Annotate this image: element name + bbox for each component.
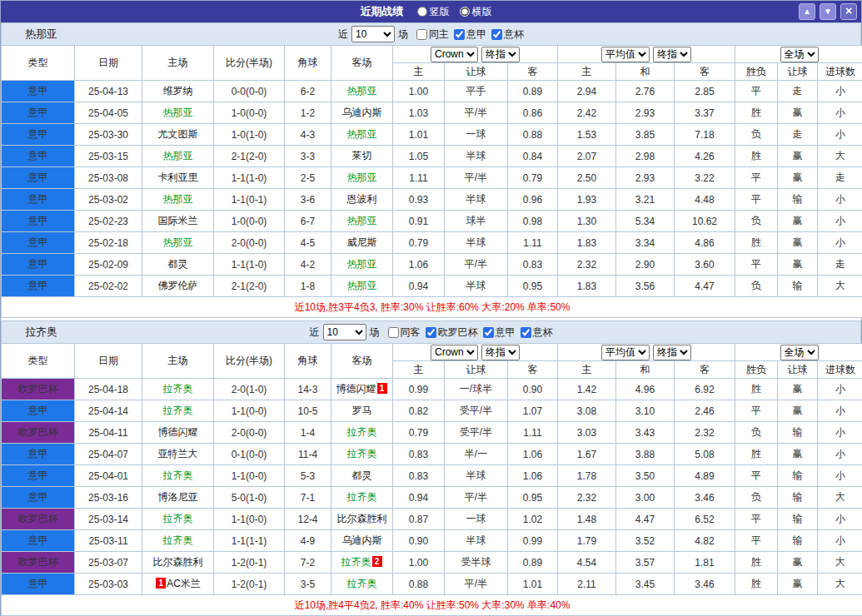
- away-team[interactable]: 热那亚: [331, 167, 393, 189]
- home-team-name[interactable]: 佛罗伦萨: [158, 280, 198, 291]
- home-team[interactable]: 热那亚: [142, 146, 214, 167]
- layout-option-vertical[interactable]: 竖版: [417, 5, 450, 19]
- vertical-radio[interactable]: [417, 7, 427, 17]
- away-team[interactable]: 热那亚: [331, 254, 393, 276]
- move-up-button[interactable]: ▲: [799, 3, 815, 20]
- home-team-name[interactable]: 比尔森胜利: [153, 556, 203, 568]
- home-team[interactable]: 1AC米兰: [142, 574, 214, 595]
- away-team-name[interactable]: 都灵: [352, 469, 372, 481]
- home-team-name[interactable]: AC米兰: [167, 578, 201, 589]
- away-team[interactable]: 威尼斯: [331, 232, 393, 254]
- away-team[interactable]: 热那亚: [331, 81, 393, 102]
- filter-checkbox-input[interactable]: [426, 327, 436, 338]
- home-team-name[interactable]: 亚特兰大: [158, 448, 198, 460]
- bookmaker-select[interactable]: Crown: [431, 345, 478, 360]
- away-team-name[interactable]: 热那亚: [347, 215, 377, 226]
- layout-option-horizontal[interactable]: 横版: [460, 5, 492, 19]
- home-team-name[interactable]: 维罗纳: [163, 85, 193, 97]
- home-team-name[interactable]: 热那亚: [163, 150, 193, 161]
- away-team[interactable]: 拉齐奥: [331, 422, 393, 444]
- away-team[interactable]: 拉齐奥2: [331, 552, 393, 574]
- home-team[interactable]: 亚特兰大: [142, 444, 214, 465]
- away-team[interactable]: 恩波利: [331, 189, 393, 211]
- away-team-name[interactable]: 乌迪内斯: [342, 107, 382, 118]
- bookmaker-select[interactable]: Crown: [431, 47, 478, 62]
- home-team[interactable]: 维罗纳: [142, 81, 214, 102]
- filter-checkbox[interactable]: 欧罗巴杯: [421, 325, 478, 340]
- home-team[interactable]: 热那亚: [142, 189, 214, 211]
- eu-stage-select[interactable]: 终指: [653, 345, 691, 360]
- home-team-name[interactable]: 拉齐奥: [163, 383, 193, 395]
- filter-checkbox[interactable]: 意杯: [516, 325, 553, 340]
- away-team-name[interactable]: 威尼斯: [347, 236, 377, 248]
- filter-checkbox-input[interactable]: [416, 29, 427, 40]
- filter-checkbox[interactable]: 同客: [383, 325, 421, 340]
- away-team[interactable]: 拉齐奥: [331, 444, 393, 465]
- home-team[interactable]: 国际米兰: [142, 211, 214, 232]
- away-team-name[interactable]: 拉齐奥: [341, 556, 371, 568]
- home-team-name[interactable]: 博德闪耀: [158, 426, 198, 438]
- home-team-name[interactable]: 卡利亚里: [158, 171, 198, 183]
- home-team[interactable]: 都灵: [142, 254, 214, 276]
- home-team-name[interactable]: 博洛尼亚: [158, 491, 198, 503]
- home-team-name[interactable]: 热那亚: [163, 193, 193, 205]
- home-team[interactable]: 博洛尼亚: [142, 487, 214, 509]
- asia-stage-select[interactable]: 终指: [481, 47, 520, 62]
- filter-checkbox-input[interactable]: [454, 29, 465, 40]
- away-team-name[interactable]: 罗马: [352, 405, 372, 416]
- close-button[interactable]: ×: [840, 3, 857, 20]
- away-team[interactable]: 拉齐奥: [331, 487, 393, 509]
- filter-checkbox-input[interactable]: [483, 327, 494, 338]
- away-team-name[interactable]: 博德闪耀: [336, 383, 376, 395]
- home-team-name[interactable]: 热那亚: [163, 236, 193, 248]
- away-team[interactable]: 莱切: [331, 146, 393, 167]
- match-count-select[interactable]: 10: [351, 26, 395, 42]
- filter-checkbox-input[interactable]: [521, 327, 531, 338]
- home-team[interactable]: 热那亚: [142, 102, 214, 124]
- away-team-name[interactable]: 拉齐奥: [347, 578, 377, 589]
- match-count-select[interactable]: 10: [323, 324, 366, 340]
- home-team[interactable]: 拉齐奥: [142, 530, 214, 552]
- away-team-name[interactable]: 乌迪内斯: [342, 534, 382, 546]
- eu-average-select[interactable]: 平均值: [601, 345, 650, 360]
- away-team[interactable]: 博德闪耀1: [331, 379, 393, 400]
- move-down-button[interactable]: ▼: [820, 3, 836, 20]
- home-team[interactable]: 尤文图斯: [142, 124, 214, 146]
- home-team[interactable]: 拉齐奥: [142, 509, 214, 530]
- away-team[interactable]: 乌迪内斯: [331, 102, 393, 124]
- home-team-name[interactable]: 尤文图斯: [158, 128, 198, 140]
- away-team[interactable]: 热那亚: [331, 124, 393, 146]
- home-team-name[interactable]: 拉齐奥: [163, 534, 193, 546]
- home-team-name[interactable]: 拉齐奥: [163, 469, 193, 481]
- fulltime-select[interactable]: 全场: [780, 47, 819, 62]
- home-team-name[interactable]: 热那亚: [163, 107, 193, 118]
- home-team[interactable]: 热那亚: [142, 232, 214, 254]
- away-team-name[interactable]: 拉齐奥: [347, 448, 377, 460]
- away-team-name[interactable]: 莱切: [352, 150, 372, 161]
- home-team-name[interactable]: 国际米兰: [158, 215, 198, 226]
- filter-checkbox[interactable]: 同主: [411, 27, 449, 42]
- home-team-name[interactable]: 拉齐奥: [163, 405, 193, 416]
- away-team-name[interactable]: 比尔森胜利: [337, 513, 387, 524]
- home-team[interactable]: 拉齐奥: [142, 379, 214, 400]
- away-team[interactable]: 比尔森胜利: [331, 509, 393, 530]
- filter-checkbox[interactable]: 意甲: [478, 325, 516, 340]
- away-team-name[interactable]: 热那亚: [347, 128, 377, 140]
- home-team[interactable]: 博德闪耀: [142, 422, 214, 444]
- away-team-name[interactable]: 热那亚: [347, 171, 377, 183]
- away-team[interactable]: 罗马: [331, 400, 393, 422]
- away-team[interactable]: 热那亚: [331, 211, 393, 232]
- away-team-name[interactable]: 拉齐奥: [347, 426, 377, 438]
- away-team[interactable]: 都灵: [331, 465, 393, 487]
- filter-checkbox-input[interactable]: [388, 327, 399, 338]
- away-team-name[interactable]: 热那亚: [347, 258, 377, 270]
- home-team[interactable]: 比尔森胜利: [142, 552, 214, 574]
- away-team-name[interactable]: 拉齐奥: [347, 491, 377, 503]
- asia-stage-select[interactable]: 终指: [481, 345, 520, 360]
- filter-checkbox[interactable]: 意甲: [449, 27, 486, 42]
- away-team-name[interactable]: 热那亚: [347, 280, 377, 291]
- horizontal-radio[interactable]: [460, 7, 470, 17]
- home-team[interactable]: 佛罗伦萨: [142, 276, 214, 297]
- home-team[interactable]: 拉齐奥: [142, 400, 214, 422]
- away-team[interactable]: 拉齐奥: [331, 574, 393, 595]
